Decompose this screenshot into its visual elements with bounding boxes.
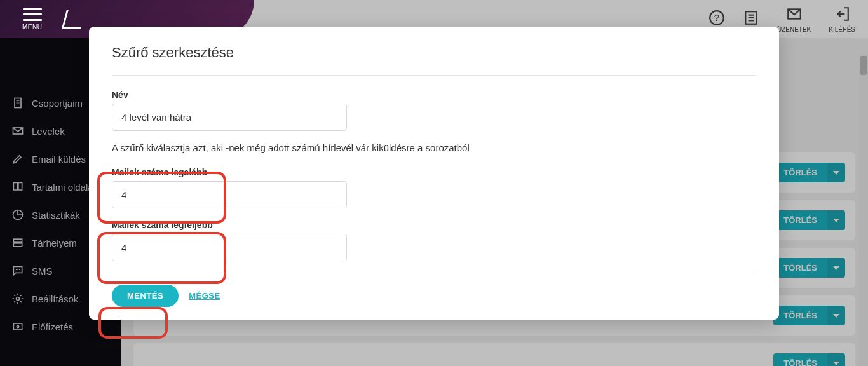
- app-logo: [64, 10, 88, 29]
- max-label: Mailek száma legfeljebb: [112, 220, 756, 230]
- menu-button[interactable]: MENÜ: [22, 8, 42, 30]
- cancel-button[interactable]: MÉGSE: [189, 291, 220, 301]
- menu-label: MENÜ: [22, 24, 42, 30]
- save-button[interactable]: MENTÉS: [112, 285, 179, 307]
- logo-mark-icon: [62, 10, 86, 29]
- max-input[interactable]: [112, 234, 347, 261]
- modal-footer: MENTÉS MÉGSE: [112, 273, 756, 307]
- min-input[interactable]: [112, 181, 347, 208]
- min-label: Mailek száma legalább: [112, 167, 756, 177]
- max-group: Mailek száma legfeljebb: [112, 220, 756, 261]
- divider: [112, 75, 756, 76]
- filter-description: A szűrő kiválasztja azt, aki -nek még ad…: [112, 142, 756, 153]
- name-input[interactable]: [112, 104, 347, 131]
- hamburger-icon: [23, 8, 42, 21]
- name-group: Név: [112, 90, 756, 131]
- min-group: Mailek száma legalább: [112, 167, 756, 208]
- filter-edit-modal: Szűrő szerkesztése Név A szűrő kiválaszt…: [89, 27, 779, 320]
- name-label: Név: [112, 90, 756, 100]
- modal-title: Szűrő szerkesztése: [112, 44, 756, 61]
